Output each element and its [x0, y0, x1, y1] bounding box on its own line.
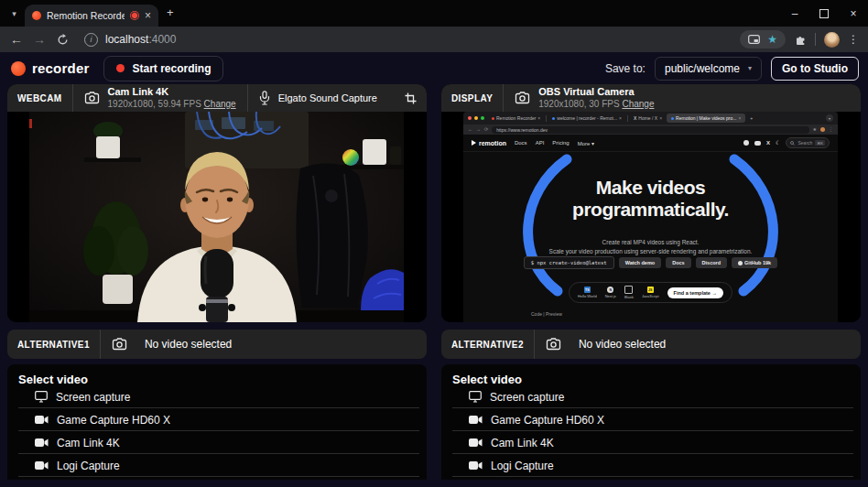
audio-device-name: Elgato Sound Capture: [278, 92, 377, 103]
tab-title: Remotion Recorder: [47, 10, 125, 21]
preview-tab-favicon-icon: [492, 117, 494, 120]
display-panel-label: DISPLAY: [441, 93, 503, 103]
preview-tab-separator: [627, 115, 628, 122]
go-to-studio-button[interactable]: Go to Studio: [771, 57, 859, 81]
display-change-link[interactable]: Change: [622, 99, 654, 109]
webcam-device-specs: 1920x1080, 59.94 FPS Change: [108, 99, 236, 110]
preview-tab-strip: Remotion Recorder × welcome | recorder -…: [463, 112, 838, 124]
alternative1-device: No video selected: [101, 338, 243, 351]
template-blank: Blank: [624, 286, 634, 299]
video-option-cam-link[interactable]: Cam Link 4K: [441, 431, 861, 454]
alternative1-panel: ALTERNATIVE1 No video selected: [7, 330, 427, 359]
nav-link-more: More ▾: [578, 140, 594, 146]
video-option-label: Game Capture HD60 X: [57, 414, 170, 427]
preview-tab-title: Home / X: [638, 115, 657, 121]
camera-indicator-icon[interactable]: [748, 35, 760, 44]
save-folder-dropdown[interactable]: public/welcome ▾: [655, 57, 762, 81]
nextjs-icon: N: [607, 287, 613, 293]
code-preview-toggle: Code | Preview: [531, 311, 562, 317]
video-option-label: Screen capture: [490, 391, 564, 404]
webcam-panel-label: WEBCAM: [7, 93, 72, 103]
watch-demo-button: Watch demo: [619, 257, 662, 268]
recorder-logo: recorder: [11, 60, 89, 76]
video-option-game-capture[interactable]: Game Capture HD60 X: [441, 408, 861, 431]
preview-tab-close-icon: ×: [619, 115, 622, 121]
webcam-panel: WEBCAM Cam Link 4K 1920x1080, 59.94 FPS …: [7, 84, 427, 322]
video-option-screen-capture[interactable]: Screen capture: [7, 385, 427, 408]
github-button-label: GitHub 19k: [744, 260, 771, 265]
preview-address: https://www.remotion.dev: [492, 126, 808, 134]
remotion-hero: Make videos programmatically. Create rea…: [463, 152, 838, 322]
video-option-label: Logi Capture: [57, 460, 120, 472]
preview-tab-favicon-icon: [552, 117, 555, 120]
window-maximize-button[interactable]: [809, 0, 839, 27]
reload-icon[interactable]: [57, 34, 69, 46]
preview-tab: Remotion Recorder ×: [487, 115, 545, 121]
bookmark-star-icon[interactable]: ★: [767, 34, 777, 45]
preview-tab: welcome | recorder - Remot... ×: [548, 115, 626, 121]
webcam-scene: [29, 112, 404, 322]
video-option-screen-capture[interactable]: Screen capture: [441, 385, 861, 408]
preview-url-text: https://www.remotion.dev: [496, 127, 548, 133]
audio-device-selector: Elgato Sound Capture: [248, 91, 388, 105]
preview-star-icon: ★: [813, 127, 817, 132]
screen-capture-preview: Remotion Recorder × welcome | recorder -…: [463, 112, 838, 322]
new-tab-button[interactable]: +: [167, 5, 174, 19]
forward-icon[interactable]: →: [33, 33, 46, 46]
browser-tab[interactable]: Remotion Recorder ×: [25, 5, 158, 27]
camcorder-icon: [469, 438, 483, 448]
url-port: :4000: [148, 33, 176, 46]
alternative2-label: ALTERNATIVE2: [441, 340, 534, 350]
extensions-puzzle-icon[interactable]: [794, 33, 807, 46]
template-label: Blank: [624, 295, 634, 299]
display-device-info: OBS Virtual Camera 1920x1080, 30 FPS Cha…: [538, 86, 654, 109]
template-nextjs: N Next.js: [605, 287, 616, 298]
preview-url-bar: ← → ⟳ https://www.remotion.dev ★ ⋮: [463, 124, 838, 135]
preview-tab-active: Remotion | Make videos pro... ×: [667, 114, 745, 123]
display-panel: DISPLAY OBS Virtual Camera 1920x1080, 30…: [441, 84, 861, 322]
display-device-selector: OBS Virtual Camera 1920x1080, 30 FPS Cha…: [504, 86, 665, 109]
preview-tab-close-icon: ×: [537, 115, 540, 121]
window-minimize-button[interactable]: –: [780, 0, 809, 27]
browser-menu-icon[interactable]: ⋮: [848, 33, 859, 46]
video-option-logi-capture[interactable]: Logi Capture: [441, 454, 861, 477]
tab-media-pill: ★: [740, 30, 786, 49]
back-icon[interactable]: ←: [10, 33, 23, 46]
mac-zoom-icon: [481, 116, 484, 120]
video-option-game-capture[interactable]: Game Capture HD60 X: [7, 408, 427, 431]
save-folder-value: public/welcome: [665, 62, 740, 75]
window-close-button[interactable]: ×: [839, 0, 868, 27]
display-video-area: Remotion Recorder × welcome | recorder -…: [441, 112, 861, 322]
template-label: JavaScript: [642, 294, 659, 298]
video-option-label: Screen capture: [56, 391, 130, 404]
display-device-specs: 1920x1080, 30 FPS Change: [538, 99, 654, 110]
tab-close-icon[interactable]: ×: [145, 10, 151, 21]
start-recording-button[interactable]: Start recording: [103, 56, 223, 81]
chevron-down-icon: ▾: [748, 64, 752, 72]
app-header: recorder Start recording Save to: public…: [0, 52, 868, 84]
start-recording-label: Start recording: [132, 62, 211, 75]
alternative2-panel: ALTERNATIVE2 No video selected: [441, 330, 861, 359]
address-bar[interactable]: localhost:4000: [105, 33, 176, 46]
remotion-brand: remotion: [472, 140, 506, 146]
webcam-device-selector: Cam Link 4K 1920x1080, 59.94 FPS Change: [73, 86, 247, 109]
camera-icon: [112, 338, 127, 351]
alternative2-device: No video selected: [535, 338, 677, 351]
tab-search-chevron-icon[interactable]: ▾: [5, 5, 23, 22]
site-info-icon[interactable]: i: [84, 33, 98, 47]
hero-title-line1: Make videos: [463, 177, 838, 199]
profile-avatar[interactable]: [824, 32, 840, 48]
blank-file-icon: [624, 286, 633, 294]
recorder-logo-icon: [11, 61, 26, 76]
crop-button[interactable]: [405, 92, 417, 104]
preview-tab-title: Remotion | Make videos pro...: [676, 115, 736, 121]
github-icon: [743, 140, 749, 146]
video-option-cam-link[interactable]: Cam Link 4K: [7, 431, 427, 454]
save-to-label: Save to:: [605, 62, 646, 75]
template-label: Hello World: [578, 294, 597, 298]
camera-icon: [546, 338, 561, 351]
video-option-logi-capture[interactable]: Logi Capture: [7, 454, 427, 477]
dark-mode-moon-icon: ☾: [776, 140, 780, 146]
webcam-change-link[interactable]: Change: [204, 99, 236, 109]
nav-link-docs: Docs: [515, 140, 527, 146]
